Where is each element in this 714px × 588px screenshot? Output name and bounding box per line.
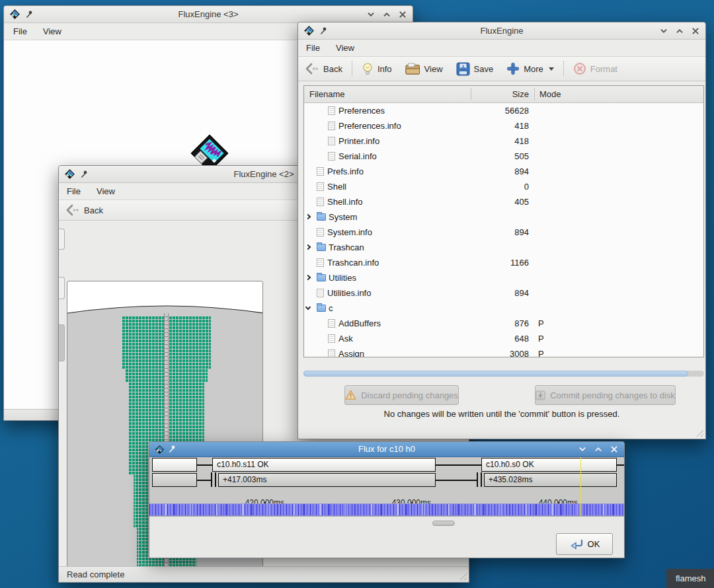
back-icon	[305, 63, 319, 75]
ok-button[interactable]: OK	[556, 533, 613, 555]
connector-line	[436, 464, 482, 466]
clipped-button[interactable]	[59, 229, 65, 250]
table-row[interactable]: Serial.info505	[304, 149, 703, 164]
table-row[interactable]: Utilities	[304, 270, 703, 285]
table-row[interactable]: Trashcan.info1166	[304, 255, 703, 270]
filename-cell: Utilities.info	[327, 288, 371, 298]
discard-changes-button[interactable]: Discard pending changes	[344, 385, 459, 405]
toolbar: Back Info View Save More Format	[298, 57, 705, 81]
scrollbar-thumb[interactable]	[303, 371, 688, 377]
minimize-icon[interactable]	[578, 445, 587, 454]
info-button[interactable]: Info	[355, 57, 399, 81]
maximize-icon[interactable]	[675, 26, 684, 36]
connector-line	[197, 480, 212, 481]
filename-cell: System	[329, 212, 357, 222]
maximize-icon[interactable]	[594, 445, 603, 454]
format-label: Format	[590, 64, 617, 74]
file-icon	[317, 198, 324, 206]
range-handle-icon[interactable]	[477, 472, 482, 487]
menu-file[interactable]: File	[59, 183, 89, 200]
collapse-icon[interactable]	[305, 305, 311, 310]
column-mode[interactable]: Mode	[539, 86, 561, 102]
toolbar-separator	[352, 61, 352, 77]
table-row[interactable]: Shell0	[304, 179, 703, 194]
format-button[interactable]: Format	[567, 57, 624, 81]
column-size[interactable]: Size	[471, 86, 529, 102]
table-row[interactable]: c	[304, 301, 703, 316]
size-cell: 3008	[471, 346, 529, 357]
sector-box[interactable]: c10.h0.s11 OK	[212, 458, 436, 472]
mode-cell: P	[538, 331, 544, 346]
filename-cell: Preferences	[338, 106, 385, 116]
close-icon[interactable]	[610, 445, 619, 454]
table-header[interactable]: Filename Size Mode	[304, 86, 703, 103]
table-row[interactable]: Prefs.info894	[304, 164, 703, 179]
status-bar: Read complete	[59, 566, 469, 582]
flux-density-band[interactable]	[149, 503, 624, 516]
table-row[interactable]: System.info894	[304, 225, 703, 240]
table-row[interactable]: Printer.info418	[304, 133, 703, 149]
expand-icon[interactable]	[305, 214, 311, 219]
close-icon[interactable]	[398, 10, 407, 19]
offset-box[interactable]: +435.028ms	[484, 473, 617, 487]
view-folder-icon	[405, 63, 420, 75]
back-label: Back	[84, 205, 103, 215]
file-icon	[328, 122, 335, 130]
filename-cell: Shell	[327, 182, 346, 192]
file-icon	[328, 106, 335, 115]
splitter-handle[interactable]	[432, 521, 455, 526]
titlebar[interactable]: FluxEngine <3>	[4, 6, 413, 23]
resize-grip[interactable]	[458, 571, 467, 580]
sector-box[interactable]: c10.h0.s0 OK	[481, 458, 617, 472]
table-row[interactable]: Preferences56628	[304, 103, 703, 118]
menu-file[interactable]: File	[298, 40, 328, 56]
range-handle-icon[interactable]	[211, 472, 216, 487]
offset-stub-box[interactable]	[152, 473, 197, 487]
menu-view[interactable]: View	[89, 183, 123, 200]
menu-file[interactable]: File	[5, 23, 35, 40]
horizontal-scrollbar[interactable]	[303, 371, 704, 377]
clipped-button[interactable]	[59, 277, 65, 299]
resize-grip[interactable]	[695, 428, 703, 437]
column-filename[interactable]: Filename	[309, 86, 344, 102]
more-button[interactable]: More	[500, 57, 561, 81]
offset-box[interactable]: +417.003ms	[218, 473, 436, 487]
close-icon[interactable]	[691, 26, 700, 36]
save-button[interactable]: Save	[450, 57, 500, 81]
table-row[interactable]: AddBuffers876P	[304, 316, 703, 331]
filename-cell: Preferences.info	[338, 121, 401, 131]
minimize-icon[interactable]	[659, 26, 668, 36]
view-button[interactable]: View	[399, 57, 450, 81]
minimize-icon[interactable]	[366, 10, 376, 19]
table-row[interactable]: Preferences.info418	[304, 118, 703, 133]
save-icon	[456, 62, 470, 76]
table-row[interactable]: Assign3008P	[304, 346, 703, 357]
expand-icon[interactable]	[305, 244, 311, 250]
titlebar[interactable]: Flux for c10 h0	[149, 442, 624, 457]
file-icon	[317, 167, 324, 176]
mode-cell: P	[538, 346, 544, 357]
menu-view[interactable]: View	[35, 23, 69, 40]
table-row[interactable]: Shell.info405	[304, 194, 703, 209]
table-row[interactable]: Ask648P	[304, 331, 703, 346]
connector-line	[617, 464, 624, 466]
table-row[interactable]: System	[304, 209, 703, 225]
menu-view[interactable]: View	[328, 40, 362, 56]
maximize-icon[interactable]	[382, 10, 391, 19]
expand-icon[interactable]	[305, 275, 311, 280]
column-divider[interactable]	[471, 88, 471, 100]
back-button[interactable]: Back	[59, 200, 110, 220]
size-cell: 418	[471, 133, 529, 149]
clipped-button[interactable]	[59, 324, 65, 361]
filename-cell: Prefs.info	[327, 166, 364, 176]
table-row[interactable]: Utilities.info894	[304, 285, 703, 301]
back-button[interactable]: Back	[298, 57, 349, 81]
filename-cell: Assign	[338, 349, 364, 357]
column-divider[interactable]	[534, 88, 535, 100]
file-icon	[328, 334, 335, 343]
table-row[interactable]: Trashcan	[304, 240, 703, 255]
commit-changes-button[interactable]: Commit pending changes to disk	[535, 385, 676, 405]
titlebar[interactable]: FluxEngine	[298, 22, 705, 40]
sector-stub-box[interactable]	[152, 458, 197, 472]
dropdown-caret-icon[interactable]	[549, 67, 554, 71]
